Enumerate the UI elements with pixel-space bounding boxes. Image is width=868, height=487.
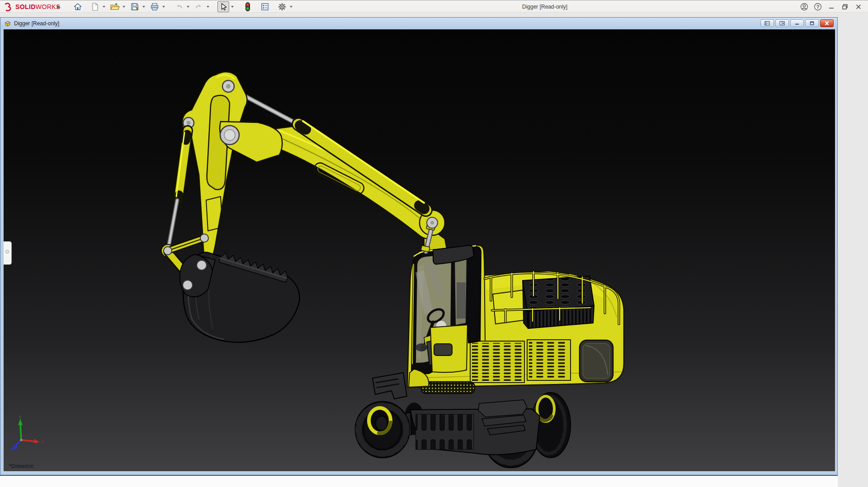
document-close-button[interactable] [820, 19, 834, 27]
app-window-title: Digger [Read-only] [509, 0, 581, 13]
new-document-button[interactable] [89, 1, 101, 12]
rebuild-traffic-light-icon [244, 2, 251, 12]
print-button[interactable] [149, 1, 160, 12]
document-titlebar[interactable]: Digger [Read-only] [0, 18, 837, 29]
right-gutter [838, 13, 868, 487]
undo-dropdown-caret[interactable] [185, 1, 191, 12]
restore-button[interactable] [838, 1, 852, 13]
print-dropdown-caret[interactable] [161, 1, 166, 12]
side-grille-panels [470, 340, 571, 383]
document-minimize-button[interactable] [790, 19, 804, 27]
model-viewport[interactable]: Y X *Dimetric [4, 29, 835, 472]
document-title: Digger [Read-only] [14, 20, 59, 27]
front-mesh-strip [421, 382, 475, 393]
solidworks-logo-text: SOLIDWORKS [15, 3, 61, 10]
new-document-dropdown-caret[interactable] [101, 1, 107, 12]
redo-icon [194, 2, 203, 11]
restore-icon [841, 3, 849, 10]
excavator-body[interactable] [407, 245, 624, 393]
main-titlebar: SOLIDWORKS ▶ [0, 0, 868, 13]
reference-triad[interactable]: Y X [10, 416, 51, 459]
select-arrow-icon [219, 2, 228, 11]
open-dropdown-caret[interactable] [121, 1, 127, 12]
menu-expand-arrow[interactable]: ▶ [57, 4, 61, 10]
triad-y-label: Y [19, 416, 22, 420]
account-icon [800, 3, 808, 11]
featuremanager-tab-handle [5, 250, 9, 253]
front-fender-step[interactable] [373, 373, 407, 399]
display-pane-right-button[interactable] [775, 19, 789, 27]
undo-button[interactable] [173, 1, 185, 12]
select-tool-button[interactable] [217, 1, 229, 12]
document-close-icon [824, 21, 830, 26]
redo-dropdown-caret[interactable] [205, 1, 211, 12]
help-icon: ? [814, 3, 822, 11]
document-window: Digger [Read-only] [0, 17, 838, 475]
display-pane-right-icon [779, 21, 785, 26]
print-icon [150, 2, 159, 11]
app-window-controls: ? [797, 0, 865, 13]
home-icon [73, 2, 82, 11]
open-button[interactable] [109, 1, 121, 12]
rebuild-button[interactable] [242, 1, 254, 12]
solidworks-logo-icon [4, 2, 14, 11]
file-properties-button[interactable] [259, 1, 271, 12]
solidworks-logo: SOLIDWORKS [4, 2, 61, 11]
document-minimize-icon [794, 21, 800, 26]
file-properties-icon [260, 2, 269, 11]
boom-triangle-plate [182, 72, 247, 261]
minimize-button[interactable] [825, 1, 838, 13]
solidworks-application: SOLIDWORKS ▶ [0, 0, 868, 487]
svg-text:?: ? [816, 4, 820, 9]
triad-x-axis-arrow [34, 439, 39, 444]
document-window-controls [760, 19, 834, 27]
options-gear-icon [278, 2, 287, 11]
display-pane-left-icon [764, 21, 770, 26]
account-button[interactable] [797, 1, 811, 13]
view-orientation-label: *Dimetric [9, 463, 34, 469]
quick-access-toolbar [71, 1, 296, 13]
home-button[interactable] [72, 1, 84, 12]
document-restore-icon [809, 21, 815, 26]
status-bar [0, 476, 838, 487]
document-bottom-border [0, 471, 837, 475]
save-button[interactable] [129, 1, 141, 12]
save-dropdown-caret[interactable] [141, 1, 146, 12]
options-dropdown-caret[interactable] [288, 1, 294, 12]
front-left-wheel[interactable] [355, 402, 410, 458]
options-button[interactable] [276, 1, 288, 12]
featuremanager-collapsed-tab[interactable] [4, 241, 12, 265]
undo-icon [175, 2, 184, 11]
close-button[interactable] [852, 1, 865, 13]
digger-3d-model[interactable] [4, 29, 835, 472]
display-pane-left-button[interactable] [760, 19, 774, 27]
part-document-icon [4, 20, 11, 27]
document-restore-button[interactable] [805, 19, 819, 27]
close-icon [855, 3, 862, 10]
help-button[interactable]: ? [811, 1, 825, 13]
boom-assembly[interactable] [161, 72, 445, 342]
boom-cylinder [168, 131, 188, 249]
minimize-icon [828, 3, 835, 10]
rear-panel-window [580, 340, 613, 382]
open-folder-icon [110, 2, 120, 11]
select-tool-dropdown-caret[interactable] [230, 1, 235, 12]
redo-button[interactable] [193, 1, 205, 12]
save-icon [130, 2, 139, 11]
triad-x-label: X [41, 440, 44, 445]
new-document-icon [90, 2, 99, 11]
